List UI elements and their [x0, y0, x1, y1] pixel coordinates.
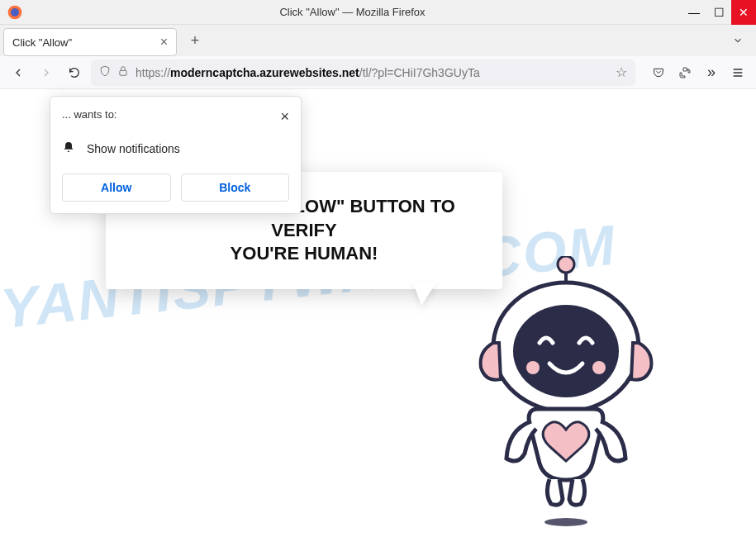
minimize-button[interactable]: — — [682, 0, 706, 25]
window-titlebar: Click "Allow" — Mozilla Firefox — ☐ ✕ — [0, 0, 756, 25]
pocket-icon[interactable] — [647, 61, 670, 84]
page-content: MYANTISPYWARE.COM ... wants to: × Show n… — [0, 89, 756, 537]
maximize-button[interactable]: ☐ — [706, 0, 731, 25]
svg-point-7 — [526, 361, 540, 374]
reload-button[interactable] — [63, 61, 86, 84]
speech-tail — [413, 283, 436, 306]
forward-button[interactable] — [35, 61, 58, 84]
robot-illustration — [467, 256, 665, 529]
window-controls: — ☐ ✕ — [682, 0, 756, 25]
toolbar-right: » — [647, 61, 749, 84]
svg-point-6 — [513, 305, 619, 397]
notification-permission-popup: ... wants to: × Show notifications Allow… — [50, 96, 302, 214]
tab-bar: Click "Allow" × + — [0, 25, 756, 56]
overflow-menu-icon[interactable]: » — [700, 61, 723, 84]
allow-button[interactable]: Allow — [62, 173, 171, 202]
permission-description: Show notifications — [87, 142, 180, 155]
extensions-icon[interactable] — [673, 61, 697, 84]
svg-point-1 — [11, 8, 19, 17]
url-text: https://moderncaptcha.azurewebsites.net/… — [136, 66, 609, 79]
browser-tab[interactable]: Click "Allow" × — [3, 28, 177, 56]
lock-icon[interactable] — [117, 65, 129, 79]
permission-origin-label: ... wants to: — [62, 108, 116, 121]
back-button[interactable] — [7, 61, 30, 84]
tab-title: Click "Allow" — [12, 36, 160, 49]
bookmark-star-icon[interactable]: ☆ — [616, 64, 627, 80]
window-title: Click "Allow" — Mozilla Firefox — [23, 6, 682, 18]
new-tab-button[interactable]: + — [183, 29, 207, 52]
block-button[interactable]: Block — [181, 173, 290, 202]
hamburger-menu-icon[interactable] — [726, 61, 749, 84]
permission-close-icon[interactable]: × — [280, 108, 289, 126]
svg-point-8 — [592, 361, 606, 374]
svg-point-9 — [544, 518, 587, 526]
close-button[interactable]: ✕ — [731, 0, 756, 25]
svg-rect-2 — [120, 70, 126, 75]
firefox-icon — [7, 4, 23, 21]
shield-icon[interactable] — [99, 65, 111, 79]
url-bar[interactable]: https://moderncaptcha.azurewebsites.net/… — [91, 59, 635, 86]
tab-close-icon[interactable]: × — [160, 35, 168, 50]
tabs-dropdown-button[interactable] — [726, 29, 749, 52]
svg-point-4 — [558, 256, 574, 273]
bell-icon — [62, 140, 75, 157]
navigation-toolbar: https://moderncaptcha.azurewebsites.net/… — [0, 56, 756, 89]
